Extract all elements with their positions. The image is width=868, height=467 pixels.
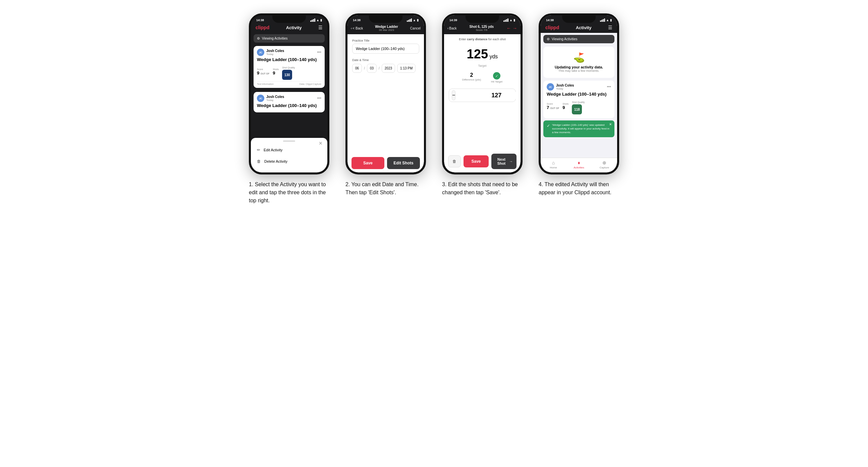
bottom-sheet-1: ✕ ✏ Edit Activity 🗑 Delete Activity — [251, 138, 327, 173]
user-date-1: Today — [266, 53, 284, 56]
save-button-2[interactable]: Save — [351, 157, 384, 169]
p3-back-label: Back — [449, 27, 457, 30]
caption-3: 3. Edit the shots that need to be change… — [442, 181, 523, 196]
avatar-4: JC — [547, 83, 554, 91]
menu-icon-4[interactable]: ☰ — [608, 25, 613, 30]
delete-shot-button[interactable]: 🗑 — [448, 155, 461, 167]
p2-cancel-btn[interactable]: Cancel — [410, 27, 421, 30]
quality-badge-1: 130 — [282, 70, 292, 80]
user-details-4: Josh Coles Today — [556, 84, 574, 90]
signal-icon-4 — [600, 19, 605, 22]
time-field[interactable]: 1:13 PM — [397, 64, 415, 73]
tab-home-label: Home — [550, 166, 557, 169]
next-shot-arrow[interactable]: → — [513, 26, 517, 31]
quality-badge-4: 118 — [572, 104, 582, 115]
footer-left-1: Test Information — [257, 83, 274, 85]
phone-2-screen: 14:38 ▲ ▮ ‹ — [347, 15, 424, 173]
p3-nav: ‹ Back Shot 6, 125 yds Score 7/9 ← → — [444, 24, 521, 34]
avatar-2: JC — [257, 95, 264, 102]
year-field[interactable]: 2023 — [382, 64, 395, 73]
hit-target-label: Hit Target — [491, 80, 502, 83]
user-info-2: JC Josh Coles Today — [257, 95, 284, 102]
score-stat-1: Score 9 OUT OF — [257, 68, 269, 75]
shots-stat-4: Shots 9 — [562, 103, 568, 110]
phone-1-container: 14:38 ▲ ▮ clippd Acti — [246, 13, 333, 205]
card-footer-1: Test Information Data: Clippd Capture — [257, 81, 321, 85]
clippd-logo-1: clippd — [255, 25, 269, 30]
battery-icon-4: ▮ — [610, 19, 612, 22]
capture-icon: ⊕ — [602, 160, 607, 165]
three-dots-1[interactable]: ••• — [317, 50, 321, 55]
tab-capture[interactable]: ⊕ Capture — [592, 160, 617, 169]
month-field[interactable]: 03 — [367, 64, 377, 73]
edit-icon: ✏ — [257, 148, 260, 152]
phone-4: 14:38 ▲ ▮ clippd Acti — [539, 13, 619, 175]
updating-box: ⛳ Updating your activity data. This may … — [543, 46, 615, 78]
distance-input[interactable] — [458, 92, 521, 99]
signal-icon-2 — [407, 19, 412, 22]
quality-label-4: Shot Quality — [572, 101, 585, 103]
user-name-4: Josh Coles — [556, 84, 574, 87]
chevron-left-icon-2: ‹ — [351, 27, 352, 30]
caption-1: 1. Select the Activity you want to edit … — [249, 181, 329, 205]
avatar-1: JC — [257, 49, 264, 56]
home-icon: ⌂ — [552, 160, 555, 165]
updating-subtitle: This may take a few moments. — [549, 69, 609, 72]
toast-text: 'Wedge Ladder (100–140 yds)' was updated… — [552, 123, 611, 134]
edit-shots-button[interactable]: Edit Shots — [387, 157, 420, 169]
title-input[interactable] — [352, 43, 419, 54]
phone-1-screen: 14:38 ▲ ▮ clippd Acti — [251, 15, 327, 173]
p4-content: ⚙ Viewing Activities ⛳ Updating your act… — [541, 33, 617, 158]
day-field[interactable]: 06 — [352, 64, 362, 73]
score-label-1: Score — [257, 68, 269, 70]
prev-shot-arrow[interactable]: ← — [506, 26, 511, 31]
tab-activities[interactable]: ♦ Activities — [566, 160, 592, 169]
edit-activity-label: Edit Activity — [264, 148, 282, 152]
phone-notch-4 — [562, 15, 596, 23]
tab-home[interactable]: ⌂ Home — [541, 160, 566, 169]
card-title-4: Wedge Ladder (100–140 yds) — [547, 92, 611, 97]
phones-row: 14:38 ▲ ▮ clippd Acti — [246, 13, 622, 205]
p2-back-btn[interactable]: ‹ < Back — [351, 27, 363, 30]
sheet-close-1[interactable]: ✕ — [319, 141, 323, 146]
wifi-icon-3: ▲ — [509, 19, 513, 22]
success-toast: ✓ 'Wedge Ladder (100–140 yds)' was updat… — [543, 120, 615, 137]
hit-target-metric: ✓ Hit Target — [491, 72, 502, 83]
caption-2: 2. You can edit Date and Time. Then tap … — [345, 181, 426, 196]
activities-icon: ♦ — [578, 160, 580, 165]
month-value: 03 — [370, 66, 374, 70]
next-shot-button[interactable]: Next Shot → — [491, 154, 517, 169]
datetime-row: 06 / 03 / 2023 1:13 PM — [352, 64, 419, 73]
distance-unit: yds — [489, 54, 498, 59]
edit-activity-item[interactable]: ✏ Edit Activity — [251, 144, 327, 156]
p3-footer: 🗑 Save Next Shot → — [444, 154, 521, 169]
delete-activity-item[interactable]: 🗑 Delete Activity — [251, 156, 327, 167]
save-shot-button[interactable]: Save — [464, 155, 489, 167]
nav-arrows: ← → — [506, 26, 517, 31]
battery-icon-1: ▮ — [320, 19, 322, 22]
menu-icon-1[interactable]: ☰ — [318, 25, 323, 30]
toast-close-btn[interactable]: ✕ — [609, 122, 612, 126]
decrement-button[interactable]: − — [452, 90, 456, 100]
p2-datetime-section: Date & Time 06 / 03 / 2023 — [347, 54, 424, 73]
wifi-icon-2: ▲ — [413, 19, 416, 22]
three-dots-4[interactable]: ••• — [607, 85, 611, 89]
user-date-4: Today — [556, 87, 574, 90]
score-value-4: 7 OUT OF — [547, 105, 559, 110]
date-sep-2: / — [379, 66, 380, 70]
filter-icon-4: ⚙ — [547, 37, 550, 41]
p1-header-title: Activity — [286, 25, 302, 30]
filter-icon-1: ⚙ — [257, 37, 260, 40]
phone-4-container: 14:38 ▲ ▮ clippd Acti — [535, 13, 622, 196]
three-dots-2[interactable]: ••• — [317, 96, 321, 101]
target-label: Target — [449, 64, 516, 67]
p3-back-btn[interactable]: ‹ Back — [447, 27, 457, 30]
user-details-1: Josh Coles Today — [266, 49, 284, 56]
difference-value: 2 — [462, 72, 481, 78]
footer-right-1: Data: Clippd Capture — [300, 83, 321, 85]
user-name-2: Josh Coles — [266, 95, 284, 99]
stats-row-4: Score 7 OUT OF Shots 9 Shot Quality 118 — [547, 98, 611, 115]
quality-stat-4: Shot Quality 118 — [572, 98, 585, 115]
distance-display: 125 yds — [449, 43, 516, 61]
caption-4: 4. The edited Activity will then appear … — [539, 181, 619, 196]
